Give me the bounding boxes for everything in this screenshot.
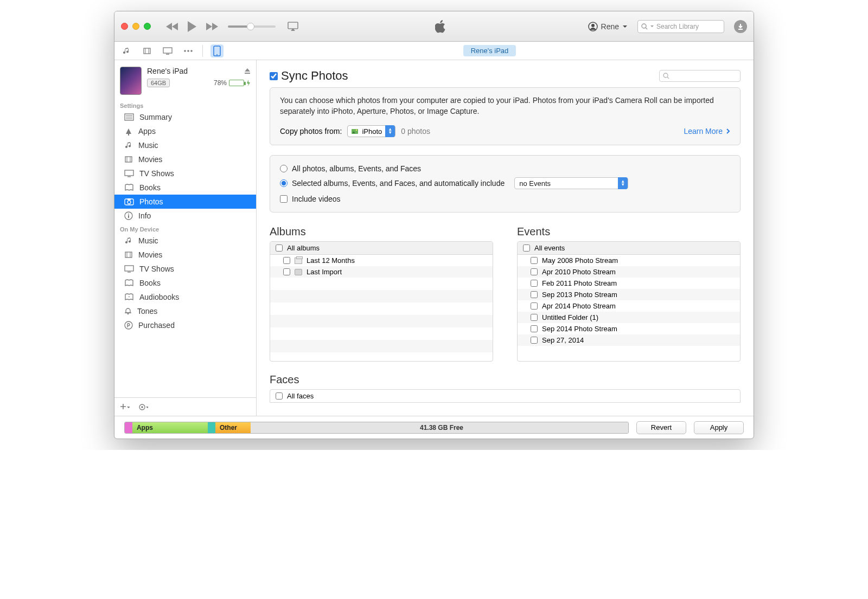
- apply-button[interactable]: Apply: [694, 421, 744, 434]
- close-button[interactable]: [121, 23, 128, 30]
- all-faces-checkbox[interactable]: [276, 392, 283, 400]
- info-icon: [124, 211, 133, 220]
- minimize-button[interactable]: [132, 23, 139, 30]
- sidebar-item-apps[interactable]: Apps: [114, 124, 256, 138]
- playback-controls: [166, 20, 218, 33]
- radio-all[interactable]: All photos, albums, Events, and Faces: [280, 164, 730, 173]
- svg-line-4: [646, 28, 647, 29]
- sidebar-item-summary[interactable]: Summary: [114, 110, 256, 124]
- zoom-button[interactable]: [144, 23, 151, 30]
- sidebar-item-purchased[interactable]: Purchased: [114, 318, 256, 332]
- storage-seg-other: Other: [215, 422, 251, 433]
- tvshows-tab[interactable]: [161, 44, 174, 57]
- user-menu[interactable]: Rene: [588, 22, 628, 31]
- sidebar-item-tv-shows[interactable]: TV Shows: [114, 262, 256, 276]
- event-row[interactable]: May 2008 Photo Stream: [518, 255, 740, 266]
- album-checkbox[interactable]: [283, 268, 290, 275]
- sync-photos-checkbox[interactable]: [270, 72, 278, 80]
- event-checkbox[interactable]: [531, 280, 538, 287]
- downloads-button[interactable]: [734, 20, 747, 33]
- albums-list: All albums Last 12 MonthsLast Import: [270, 241, 493, 362]
- event-row[interactable]: Sep 2014 Photo Stream: [518, 323, 740, 334]
- event-row[interactable]: Untitled Folder (1): [518, 312, 740, 323]
- event-checkbox[interactable]: [531, 337, 538, 344]
- album-row[interactable]: Last 12 Months: [270, 255, 493, 266]
- search-library-field[interactable]: Search Library: [637, 20, 724, 33]
- sidebar-item-audiobooks[interactable]: Audiobooks: [114, 290, 256, 304]
- eject-icon[interactable]: [244, 68, 251, 74]
- event-checkbox[interactable]: [531, 314, 538, 321]
- svg-rect-24: [125, 170, 133, 176]
- stepper-arrows-icon: ▲▼: [385, 125, 395, 137]
- all-albums-checkbox[interactable]: [276, 244, 283, 252]
- sidebar-item-tv-shows[interactable]: TV Shows: [114, 166, 256, 181]
- event-row[interactable]: Apr 2010 Photo Stream: [518, 266, 740, 278]
- event-row[interactable]: Feb 2011 Photo Stream: [518, 278, 740, 289]
- play-icon[interactable]: [187, 20, 197, 33]
- device-pill[interactable]: Rene's iPad: [463, 45, 516, 56]
- event-row[interactable]: Sep 27, 2014: [518, 334, 740, 346]
- ondevice-header: On My Device: [114, 223, 256, 234]
- next-icon[interactable]: [205, 22, 218, 31]
- chevron-down-icon: [622, 25, 628, 28]
- purchased-icon: [124, 321, 133, 330]
- device-tab[interactable]: [210, 44, 224, 57]
- sync-title: Sync Photos: [281, 69, 348, 83]
- sidebar-item-tones[interactable]: Tones: [114, 304, 256, 318]
- event-checkbox[interactable]: [531, 268, 538, 275]
- gear-icon[interactable]: [138, 403, 148, 411]
- music-tab[interactable]: [120, 44, 133, 57]
- svg-point-11: [184, 50, 186, 52]
- album-checkbox[interactable]: [283, 257, 290, 264]
- sidebar-item-music[interactable]: Music: [114, 138, 256, 152]
- add-icon[interactable]: [120, 403, 130, 411]
- events-title: Events: [517, 226, 741, 238]
- chevron-right-icon: [726, 128, 730, 134]
- device-thumbnail: [120, 67, 142, 95]
- learn-more-link[interactable]: Learn More: [684, 127, 730, 136]
- main-content: Sync Photos You can choose which photos …: [257, 60, 754, 416]
- music-icon: [124, 141, 133, 150]
- stack-icon: [295, 257, 302, 264]
- sidebar-item-books[interactable]: Books: [114, 276, 256, 290]
- sidebar-item-info[interactable]: Info: [114, 209, 256, 223]
- sidebar-item-movies[interactable]: Movies: [114, 248, 256, 262]
- sidebar-item-photos[interactable]: Photos: [114, 195, 256, 209]
- sidebar-item-music[interactable]: Music: [114, 234, 256, 248]
- events-list: All events May 2008 Photo StreamApr 2010…: [517, 241, 741, 362]
- sidebar-item-movies[interactable]: Movies: [114, 152, 256, 166]
- books-icon: [124, 184, 134, 191]
- event-checkbox[interactable]: [531, 257, 538, 264]
- capacity-badge: 64GB: [147, 79, 170, 87]
- search-placeholder: Search Library: [656, 23, 699, 30]
- event-row[interactable]: Sep 2013 Photo Stream: [518, 289, 740, 300]
- previous-icon[interactable]: [166, 22, 179, 31]
- movies-tab[interactable]: [141, 44, 154, 57]
- svg-point-41: [141, 406, 143, 408]
- sidebar: Rene's iPad 64GB 78% Settings SummaryApp…: [114, 60, 257, 416]
- include-videos-checkbox[interactable]: Include videos: [280, 195, 730, 203]
- source-select[interactable]: iPhoto ▲▼: [347, 125, 395, 137]
- event-row[interactable]: Apr 2014 Photo Stream: [518, 300, 740, 312]
- event-checkbox[interactable]: [531, 325, 538, 332]
- volume-slider[interactable]: [228, 25, 276, 28]
- album-row[interactable]: Last Import: [270, 266, 493, 278]
- storage-seg-misc: [208, 422, 215, 433]
- chevron-down-icon: [650, 25, 654, 28]
- event-checkbox[interactable]: [531, 291, 538, 298]
- revert-button[interactable]: Revert: [636, 421, 686, 434]
- include-dropdown[interactable]: no Events ▲▼: [514, 177, 628, 189]
- albums-title: Albums: [270, 226, 493, 238]
- svg-line-43: [667, 77, 669, 79]
- radio-selected[interactable]: Selected albums, Events, and Faces, and …: [280, 177, 730, 189]
- all-events-checkbox[interactable]: [523, 244, 530, 252]
- svg-rect-31: [128, 215, 129, 218]
- svg-rect-9: [163, 48, 172, 53]
- tones-icon: [124, 307, 132, 315]
- more-tab[interactable]: [182, 44, 195, 57]
- photo-search-field[interactable]: [659, 70, 741, 82]
- faces-title: Faces: [270, 373, 741, 386]
- event-checkbox[interactable]: [531, 302, 538, 310]
- sidebar-item-books[interactable]: Books: [114, 181, 256, 195]
- airplay-icon[interactable]: [288, 22, 298, 31]
